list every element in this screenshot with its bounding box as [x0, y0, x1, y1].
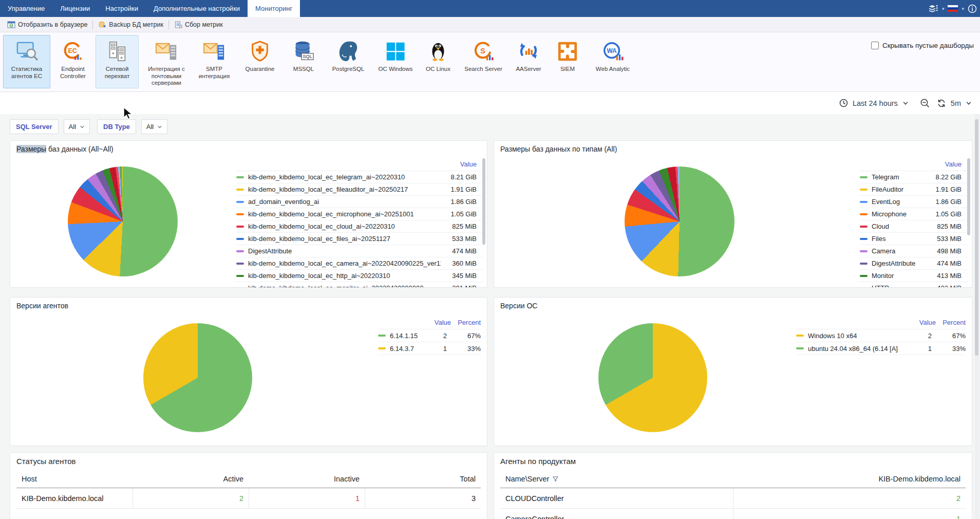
ribbon-item[interactable]: SQLMSSQL: [286, 35, 322, 88]
table-header-cell[interactable]: Host: [16, 470, 133, 488]
table-header-name-server[interactable]: Name\Server: [500, 470, 733, 488]
chevron-down-icon[interactable]: ▾: [962, 6, 964, 11]
legend-row[interactable]: HTTP403 MiB: [860, 282, 969, 287]
legend-series-label[interactable]: 6.14.3.7: [390, 345, 421, 353]
filter-label[interactable]: SQL Server: [10, 119, 59, 134]
ribbon-item[interactable]: Интеграция с почтовыми серверами: [143, 35, 190, 88]
ribbon-item[interactable]: AAServer: [511, 35, 546, 88]
legend-series-label[interactable]: DigestAttribute: [248, 247, 441, 255]
legend-row[interactable]: 6.14.3.7133%: [378, 342, 481, 355]
legend-series-label[interactable]: Camera: [872, 247, 926, 255]
os-versions-pie-chart[interactable]: [598, 323, 707, 432]
legend-row[interactable]: kib-demo_kibdemo_local_ec_microphone_ai~…: [236, 208, 484, 220]
legend-value-header[interactable]: Value: [429, 319, 451, 326]
legend-row[interactable]: kib-demo_kibdemo_local_ec_http_ai~202203…: [236, 270, 484, 282]
ribbon-item[interactable]: OC Linux: [420, 35, 456, 88]
panel-title[interactable]: Версии агентов: [10, 298, 487, 310]
legend-series-label[interactable]: kib-demo_kibdemo_local_ec_microphone_ai~…: [248, 210, 441, 218]
legend-row[interactable]: Microphone1.05 GiB: [860, 208, 969, 220]
legend-percent-header[interactable]: Percent: [451, 319, 481, 326]
table-header-server[interactable]: KIB-Demo.kibdemo.local: [733, 470, 966, 488]
menu-tab[interactable]: Управление: [0, 0, 52, 17]
table-header-cell[interactable]: Total: [365, 470, 481, 488]
legend-series-label[interactable]: kib-demo_kibdemo_local_ec_camera_ai~2022…: [248, 260, 441, 267]
legend-series-label[interactable]: Monitor: [872, 272, 926, 280]
legend-row[interactable]: ad_domain_eventlog_ai1.86 GiB: [236, 196, 484, 208]
ribbon-item[interactable]: ECEndpoint Controller: [54, 35, 91, 88]
legend-value-header[interactable]: Value: [945, 160, 962, 168]
panel-title[interactable]: Статусы агентов: [10, 453, 487, 466]
legend-row[interactable]: kib-demo_kibdemo_local_ec_fileauditor_ai…: [236, 183, 484, 196]
table-header-cell[interactable]: Active: [133, 470, 249, 488]
legend-row[interactable]: Monitor413 MiB: [860, 270, 969, 282]
info-icon[interactable]: [968, 4, 977, 13]
legend-percent-header[interactable]: Percent: [936, 319, 966, 326]
legend-series-label[interactable]: ubuntu 24.04 x86_64 (6.14 [A]: [808, 345, 906, 353]
legend-value-header[interactable]: Value: [460, 160, 477, 168]
filter-value-dropdown[interactable]: All: [141, 119, 167, 134]
db-sizes-by-type-pie-chart[interactable]: [625, 166, 734, 276]
legend-row[interactable]: FileAuditor1.91 GiB: [860, 183, 969, 196]
db-sizes-pie-chart[interactable]: [68, 166, 178, 276]
legend-row[interactable]: kib-demo_kibdemo_local_ec_monitor_ai~202…: [236, 282, 484, 287]
hide-empty-dashboards-checkbox[interactable]: [871, 42, 879, 49]
legend-series-label[interactable]: kib-demo_kibdemo_local_ec_http_ai~202203…: [248, 272, 441, 280]
legend-series-label[interactable]: kib-demo_kibdemo_local_ec_files_ai~20251…: [248, 235, 441, 243]
legend-series-label[interactable]: FileAuditor: [872, 186, 926, 193]
ribbon-item[interactable]: PostgreSQL: [326, 35, 371, 88]
layers-icon[interactable]: [928, 4, 938, 13]
legend-row[interactable]: kib-demo_kibdemo_local_ec_camera_ai~2022…: [236, 257, 484, 270]
legend-row[interactable]: ubuntu 24.04 x86_64 (6.14 [A]133%: [796, 342, 966, 355]
dashboard-scrollbar[interactable]: [975, 114, 979, 519]
refresh-picker[interactable]: 5m: [937, 99, 972, 108]
legend-scrollbar[interactable]: [482, 158, 485, 245]
legend-row[interactable]: Camera498 MiB: [860, 245, 969, 257]
legend-series-label[interactable]: HTTP: [872, 284, 926, 287]
legend-series-label[interactable]: Microphone: [872, 210, 926, 218]
zoom-out-icon[interactable]: [920, 98, 930, 108]
panel-title[interactable]: Агенты по продуктам: [494, 453, 972, 466]
filter-value-dropdown[interactable]: All: [64, 119, 90, 134]
toolbar-button[interactable]: Сбор метрик: [170, 18, 227, 31]
legend-row[interactable]: kib-demo_kibdemo_local_ec_files_ai~20251…: [236, 233, 484, 245]
toolbar-button[interactable]: Отобразить в браузере: [3, 18, 91, 31]
legend-series-label[interactable]: ad_domain_eventlog_ai: [248, 198, 441, 206]
panel-title[interactable]: Размеры баз данных по типам (All): [494, 141, 972, 153]
menu-tab[interactable]: Настройки: [98, 0, 146, 17]
table-header-cell[interactable]: Inactive: [249, 470, 365, 488]
ribbon-item[interactable]: Quarantine: [238, 35, 281, 88]
filter-label[interactable]: DB Type: [97, 119, 136, 134]
legend-row[interactable]: Cloud825 MiB: [860, 220, 969, 233]
legend-row[interactable]: EventLog1.86 GiB: [860, 196, 969, 208]
legend-row[interactable]: DigestAttribute474 MiB: [236, 245, 484, 257]
ribbon-item[interactable]: Статистика агентов ЕС: [3, 35, 50, 88]
language-flag-icon[interactable]: [948, 5, 958, 12]
legend-row[interactable]: Windows 10 x64267%: [796, 329, 966, 342]
legend-value-header[interactable]: Value: [914, 319, 936, 326]
agent-versions-pie-chart[interactable]: [143, 323, 252, 432]
ribbon-item[interactable]: SMTP интеграция: [194, 35, 234, 88]
time-range-picker[interactable]: Last 24 hours: [839, 99, 909, 107]
legend-series-label[interactable]: kib-demo_kibdemo_local_ec_monitor_ai~202…: [248, 284, 441, 287]
legend-series-label[interactable]: Telegram: [872, 173, 926, 181]
ribbon-item[interactable]: SSearch Server: [460, 35, 506, 88]
ribbon-item[interactable]: OC Windows: [375, 35, 416, 88]
legend-series-label[interactable]: EventLog: [872, 198, 926, 206]
panel-title[interactable]: Размеры баз данных (All~All): [10, 141, 487, 153]
legend-row[interactable]: kib-demo_kibdemo_local_ec_telegram_ai~20…: [236, 171, 484, 183]
legend-row[interactable]: kib-demo_kibdemo_local_ec_cloud_ai~20220…: [236, 220, 484, 233]
legend-series-label[interactable]: kib-demo_kibdemo_local_ec_cloud_ai~20220…: [248, 223, 441, 230]
ribbon-item[interactable]: Сетевой перехват: [96, 35, 139, 88]
legend-series-label[interactable]: 6.14.1.15: [390, 332, 421, 340]
legend-row[interactable]: Files533 MiB: [860, 233, 969, 245]
menu-tab[interactable]: Дополнительные настройки: [146, 0, 248, 17]
legend-scrollbar[interactable]: [967, 158, 970, 235]
legend-series-label[interactable]: Files: [872, 235, 926, 243]
legend-row[interactable]: 6.14.1.15267%: [378, 329, 481, 342]
ribbon-item[interactable]: WAWeb Analytic: [589, 35, 637, 88]
legend-row[interactable]: DigestAttribute474 MiB: [860, 257, 969, 270]
panel-title[interactable]: Версии ОС: [494, 298, 972, 310]
ribbon-item[interactable]: SIEM: [551, 35, 585, 88]
filter-funnel-icon[interactable]: [552, 475, 559, 482]
menu-tab[interactable]: Лицензии: [52, 0, 98, 17]
